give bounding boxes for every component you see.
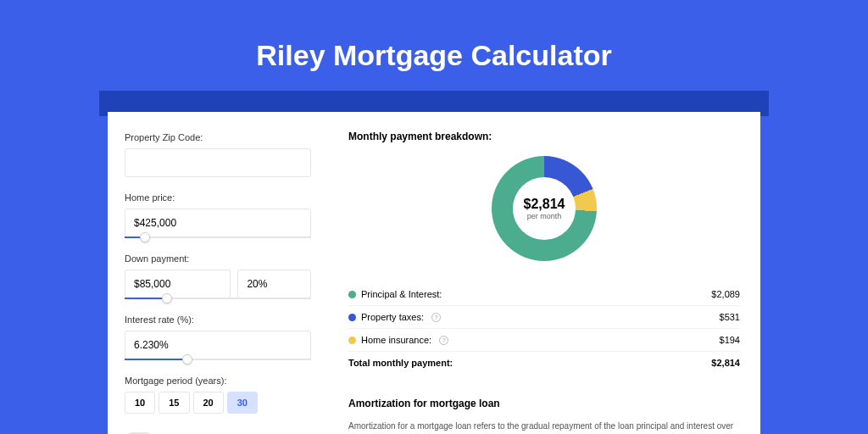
- breakdown-panel: Monthly payment breakdown: $2,814 per mo…: [328, 112, 760, 434]
- help-icon[interactable]: ?: [431, 313, 441, 322]
- period-pill-20[interactable]: 20: [193, 392, 224, 414]
- donut-chart-wrap: $2,814 per month: [348, 156, 740, 261]
- down-slider-thumb[interactable]: [162, 293, 172, 303]
- down-label: Down payment:: [125, 253, 311, 264]
- amort-text: Amortization for a mortgage loan refers …: [348, 420, 740, 434]
- legend-value-taxes: $531: [720, 312, 740, 322]
- legend-value-principal: $2,089: [711, 289, 740, 299]
- legend-label-insurance: Home insurance:: [361, 335, 431, 345]
- page-title: Riley Mortgage Calculator: [0, 0, 868, 91]
- legend-row-principal: Principal & Interest: $2,089: [348, 283, 740, 306]
- zip-label: Property Zip Code:: [125, 132, 311, 142]
- rate-field-group: Interest rate (%):: [125, 314, 311, 360]
- price-slider-thumb[interactable]: [140, 232, 150, 242]
- price-input[interactable]: [125, 209, 311, 237]
- donut-amount: $2,814: [524, 197, 565, 212]
- down-slider[interactable]: [125, 298, 311, 299]
- period-pill-30[interactable]: 30: [227, 392, 258, 414]
- rate-slider-thumb[interactable]: [182, 354, 192, 364]
- period-field-group: Mortgage period (years): 10 15 20 30: [125, 376, 311, 414]
- legend-total-label: Total monthly payment:: [348, 358, 453, 368]
- rate-slider-fill: [125, 359, 182, 360]
- dot-taxes: [348, 314, 356, 321]
- down-field-group: Down payment:: [125, 253, 311, 299]
- donut-chart: $2,814 per month: [492, 156, 597, 261]
- rate-label: Interest rate (%):: [125, 314, 311, 325]
- input-panel: Property Zip Code: Home price: Down paym…: [108, 112, 328, 434]
- legend-value-insurance: $194: [720, 335, 740, 345]
- legend-label-principal: Principal & Interest:: [361, 289, 442, 299]
- legend-row-insurance: Home insurance: ? $194: [348, 329, 740, 352]
- main-card: Property Zip Code: Home price: Down paym…: [108, 112, 760, 434]
- breakdown-title: Monthly payment breakdown:: [348, 131, 740, 142]
- period-pills: 10 15 20 30: [125, 392, 311, 414]
- donut-center: $2,814 per month: [513, 177, 576, 240]
- period-pill-10[interactable]: 10: [125, 392, 155, 414]
- amortization-section: Amortization for mortgage loan Amortizat…: [348, 398, 740, 434]
- down-pct-input[interactable]: [237, 270, 311, 298]
- zip-input[interactable]: [125, 148, 311, 177]
- legend-total-value: $2,814: [711, 358, 740, 368]
- dot-insurance: [348, 337, 356, 344]
- price-field-group: Home price:: [125, 192, 311, 238]
- zip-field-group: Property Zip Code:: [125, 132, 311, 177]
- amort-title: Amortization for mortgage loan: [348, 398, 740, 409]
- down-amount-input[interactable]: [125, 270, 231, 298]
- rate-input[interactable]: [125, 331, 311, 359]
- legend-row-taxes: Property taxes: ? $531: [348, 306, 740, 329]
- price-slider-fill: [125, 236, 140, 238]
- price-slider[interactable]: [125, 236, 311, 238]
- help-icon[interactable]: ?: [439, 336, 448, 345]
- price-label: Home price:: [125, 192, 311, 203]
- legend-label-taxes: Property taxes:: [361, 312, 424, 322]
- down-slider-fill: [125, 298, 162, 299]
- period-pill-15[interactable]: 15: [159, 392, 189, 414]
- period-label: Mortgage period (years):: [125, 376, 311, 386]
- donut-sub: per month: [527, 212, 562, 220]
- legend-row-total: Total monthly payment: $2,814: [348, 352, 740, 374]
- rate-slider[interactable]: [125, 359, 311, 360]
- dot-principal: [348, 291, 356, 298]
